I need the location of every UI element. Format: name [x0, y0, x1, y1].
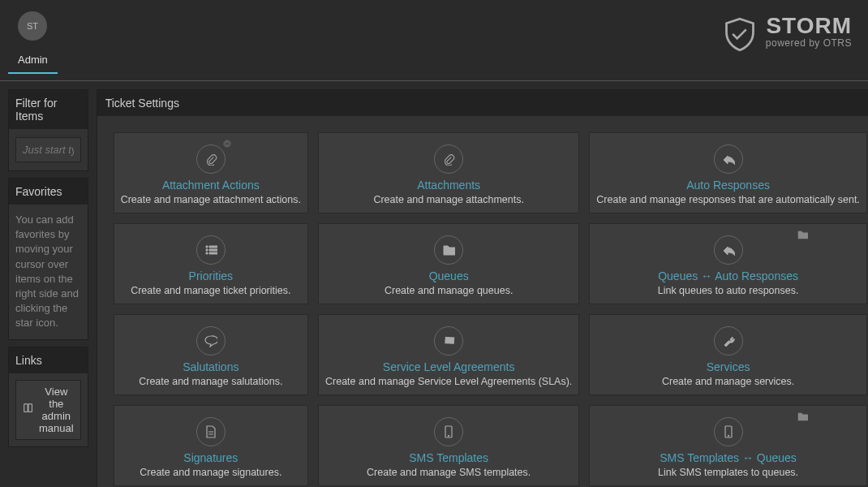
card-description: Create and manage ticket priorities.	[121, 285, 301, 296]
admin-manual-label: View the admin manual	[39, 386, 74, 434]
card-title: Queues	[325, 269, 572, 282]
card-description: Create and manage attachment actions.	[121, 194, 301, 205]
attachment-icon	[434, 144, 463, 174]
card-title: SMS Templates	[325, 451, 572, 464]
card-title: Priorities	[121, 269, 301, 282]
card-description: Create and manage responses that are aut…	[596, 194, 860, 205]
folder-icon	[797, 411, 808, 422]
card-attachment-actions[interactable]: Attachment ActionsCreate and manage atta…	[114, 132, 308, 213]
main-section-title: Ticket Settings	[97, 90, 868, 116]
card-auto-responses[interactable]: Auto ResponsesCreate and manage response…	[589, 132, 867, 213]
card-description: Create and manage queues.	[325, 285, 572, 296]
admin-manual-button[interactable]: View the admin manual	[15, 380, 81, 440]
card-description: Create and manage services.	[596, 376, 860, 387]
favorites-text: You can add favorites by moving your cur…	[9, 205, 88, 339]
reply-icon	[714, 235, 743, 265]
links-panel: Links View the admin manual	[8, 347, 88, 447]
card-title: Attachment Actions	[121, 179, 301, 192]
wrench-icon	[714, 326, 743, 356]
shield-icon	[722, 15, 758, 55]
filter-input[interactable]	[15, 137, 81, 162]
sidebar: Filter for Items Favorites You can add f…	[8, 89, 88, 487]
folder-icon	[434, 235, 463, 265]
card-description: Link SMS templates to queues.	[596, 467, 860, 478]
card-queues[interactable]: QueuesCreate and manage queues.	[318, 223, 579, 304]
mobile-icon	[714, 417, 743, 446]
filter-panel: Filter for Items	[8, 89, 88, 171]
card-priorities[interactable]: PrioritiesCreate and manage ticket prior…	[114, 223, 308, 304]
favorites-panel-title: Favorites	[9, 179, 88, 205]
tab-bar: Admin	[8, 47, 58, 74]
card-description: Create and manage SMS templates.	[325, 467, 572, 478]
card-description: Create and manage signatures.	[121, 467, 301, 478]
card-sms-templates-queues[interactable]: SMS Templates ↔ QueuesLink SMS templates…	[589, 405, 867, 486]
main-content: Ticket Settings Attachment ActionsCreate…	[97, 89, 868, 487]
brand: STORM powered by OTRS	[722, 11, 852, 80]
list-icon	[196, 235, 226, 265]
card-attachments[interactable]: AttachmentsCreate and manage attachments…	[318, 132, 579, 213]
links-panel-title: Links	[9, 347, 88, 373]
card-title: Auto Responses	[596, 179, 860, 192]
card-description: Create and manage Service Level Agreemen…	[325, 376, 572, 387]
card-sms-templates[interactable]: SMS TemplatesCreate and manage SMS templ…	[318, 405, 579, 486]
avatar[interactable]: ST	[18, 11, 47, 41]
mobile-icon	[434, 417, 463, 446]
card-salutations[interactable]: SalutationsCreate and manage salutations…	[114, 314, 308, 395]
brand-subtitle: powered by OTRS	[766, 37, 852, 49]
book-icon	[23, 403, 34, 416]
card-title: Attachments	[325, 179, 572, 192]
gear-icon	[221, 138, 233, 149]
card-title: Services	[596, 360, 860, 373]
card-grid: Attachment ActionsCreate and manage atta…	[97, 116, 868, 487]
card-title: SMS Templates ↔ Queues	[596, 451, 860, 464]
card-description: Link queues to auto responses.	[596, 285, 860, 296]
brand-name: STORM	[766, 15, 852, 37]
chat-icon	[196, 326, 226, 356]
card-title: Queues ↔ Auto Responses	[596, 269, 860, 282]
header: ST Admin STORM powered by OTRS	[0, 0, 868, 81]
card-services[interactable]: ServicesCreate and manage services.	[589, 314, 867, 395]
ticket-icon	[434, 326, 463, 356]
favorites-panel: Favorites You can add favorites by movin…	[8, 178, 88, 340]
tab-admin[interactable]: Admin	[8, 47, 58, 74]
card-title: Signatures	[121, 451, 301, 464]
reply-icon	[714, 144, 743, 174]
file-icon	[196, 417, 226, 446]
folder-icon	[797, 229, 808, 240]
card-description: Create and manage salutations.	[121, 376, 301, 387]
card-description: Create and manage attachments.	[325, 194, 572, 205]
card-title: Salutations	[121, 360, 301, 373]
card-service-level-agreements[interactable]: Service Level AgreementsCreate and manag…	[318, 314, 579, 395]
filter-panel-title: Filter for Items	[9, 90, 88, 129]
card-signatures[interactable]: SignaturesCreate and manage signatures.	[114, 405, 308, 486]
card-title: Service Level Agreements	[325, 360, 572, 373]
card-queues-auto-responses[interactable]: Queues ↔ Auto ResponsesLink queues to au…	[589, 223, 867, 304]
